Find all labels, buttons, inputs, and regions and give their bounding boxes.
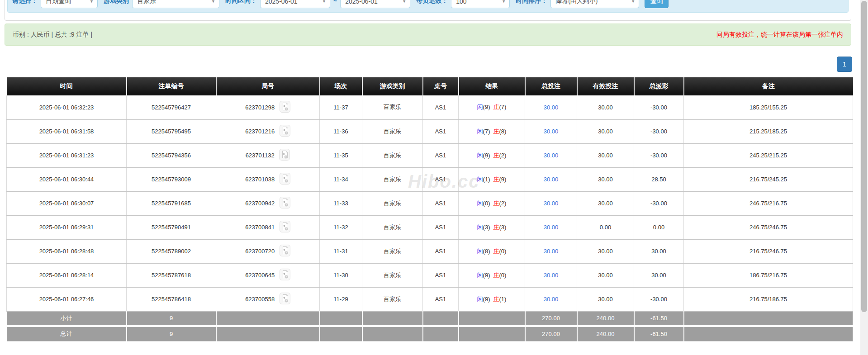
banker-result: 庄 <box>493 104 499 110</box>
payout-cell: 28.50 <box>634 167 684 191</box>
total-bet-link[interactable]: 30.00 <box>544 104 559 111</box>
search-button[interactable]: 查询 <box>645 0 669 8</box>
table-no-cell: AS1 <box>423 239 459 263</box>
session-cell: 11-35 <box>320 143 362 167</box>
banker-points: (8) <box>499 128 507 135</box>
banker-result: 庄 <box>493 176 499 183</box>
time-cell: 2025-06-01 06:30:07 <box>7 191 127 215</box>
chevron-down-icon: ▼ <box>631 0 635 4</box>
total-count: 9 <box>127 326 216 341</box>
range-separator: ~ <box>333 0 337 8</box>
col-header-total-bet: 总投注 <box>525 77 577 95</box>
scrollbar-thumb[interactable] <box>861 1 867 312</box>
payout-cell: 30.00 <box>634 239 684 263</box>
video-replay-icon[interactable] <box>280 197 290 210</box>
time-cell: 2025-06-01 06:32:23 <box>7 95 127 119</box>
table-body: 2025-06-01 06:32:23 522545796427 6237012… <box>7 95 853 311</box>
result-cell: 闲(0)庄(2) <box>459 191 525 215</box>
session-cell: 11-36 <box>320 119 362 143</box>
player-points: (9) <box>483 152 490 159</box>
game-type-cell: 百家乐 <box>362 167 423 191</box>
game-type-cell: 百家乐 <box>362 215 423 239</box>
valid-bet-cell: 30.00 <box>577 95 634 119</box>
game-type-cell: 百家乐 <box>362 287 423 311</box>
round-id: 623700645 <box>245 272 275 279</box>
banker-result: 庄 <box>493 152 499 159</box>
time-sort-value: 降幂(由大到小) <box>555 0 598 5</box>
video-replay-icon[interactable] <box>279 149 290 162</box>
total-bet-link[interactable]: 30.00 <box>544 152 559 159</box>
bet-id-cell: 522545787618 <box>127 263 216 287</box>
result-cell: 闲(9)庄(2) <box>459 143 525 167</box>
total-bet-link[interactable]: 30.00 <box>544 176 559 183</box>
col-header-bet-id: 注单编号 <box>127 77 216 95</box>
session-cell: 11-33 <box>320 191 362 215</box>
col-header-session: 场次 <box>320 77 362 95</box>
banker-points: (3) <box>499 224 507 231</box>
page-size-select[interactable]: 100 ▼ <box>451 0 510 8</box>
result-cell: 闲(1)庄(9) <box>459 167 525 191</box>
remark-cell: 216.75/245.25 <box>684 167 853 191</box>
payout-cell: -30.00 <box>634 95 684 119</box>
video-replay-icon[interactable] <box>280 221 290 234</box>
total-bet-cell: 30.00 <box>525 263 577 287</box>
result-cell: 闲(9)庄(7) <box>459 95 525 119</box>
result-cell: 闲(3)庄(3) <box>459 215 525 239</box>
total-bet-cell: 30.00 <box>525 95 577 119</box>
table-no-cell: AS1 <box>423 95 459 119</box>
filter-panel: 请选择： 日期查询 ▼ 游戏类别 百家乐 ▼ 时间区间： 2025-06-01 … <box>5 0 851 21</box>
video-replay-icon[interactable] <box>280 245 290 258</box>
banker-result: 庄 <box>493 224 499 231</box>
video-replay-icon[interactable] <box>280 293 290 306</box>
table-row: 2025-06-01 06:31:58 522545795495 6237012… <box>7 119 853 143</box>
game-type-cell: 百家乐 <box>362 263 423 287</box>
session-cell: 11-37 <box>320 95 362 119</box>
bet-id-cell: 522545789002 <box>127 239 216 263</box>
remark-cell: 246.75/216.75 <box>684 191 853 215</box>
query-type-select[interactable]: 日期查询 ▼ <box>41 0 98 8</box>
round-id: 623700720 <box>245 248 275 255</box>
game-type-cell: 百家乐 <box>362 191 423 215</box>
banker-points: (2) <box>499 200 507 207</box>
player-result: 闲 <box>477 296 483 303</box>
bet-id-cell: 522545791685 <box>127 191 216 215</box>
time-range-label: 时间区间： <box>225 0 257 8</box>
video-replay-icon[interactable] <box>280 173 290 186</box>
col-header-valid-bet: 有效投注 <box>577 77 634 95</box>
game-type-select[interactable]: 百家乐 ▼ <box>132 0 219 8</box>
banker-result: 庄 <box>493 128 499 135</box>
total-bet-link[interactable]: 30.00 <box>544 272 559 279</box>
video-replay-icon[interactable] <box>280 101 290 114</box>
subtotal-valid-bet: 240.00 <box>577 311 634 326</box>
game-type-cell: 百家乐 <box>362 119 423 143</box>
time-cell: 2025-06-01 06:30:44 <box>7 167 127 191</box>
round-id: 623701038 <box>245 176 275 183</box>
valid-bet-cell: 30.00 <box>577 287 634 311</box>
time-cell: 2025-06-01 06:28:14 <box>7 263 127 287</box>
video-replay-icon[interactable] <box>280 125 290 138</box>
valid-bet-cell: 30.00 <box>577 119 634 143</box>
video-replay-icon[interactable] <box>280 269 290 282</box>
total-bet-link[interactable]: 30.00 <box>544 128 559 135</box>
page-button-1[interactable]: 1 <box>837 57 852 72</box>
total-valid-bet: 240.00 <box>577 326 634 341</box>
time-cell: 2025-06-01 06:29:31 <box>7 215 127 239</box>
total-bet-link[interactable]: 30.00 <box>544 224 559 231</box>
remark-cell: 215.25/185.25 <box>684 119 853 143</box>
col-header-remark: 备注 <box>684 77 853 95</box>
payout-cell: 0.00 <box>634 215 684 239</box>
subtotal-payout: -61.50 <box>634 311 684 326</box>
chevron-down-icon: ▼ <box>402 0 406 4</box>
date-to-select[interactable]: 2025-06-01 ▼ <box>340 0 410 8</box>
total-bet-link[interactable]: 30.00 <box>544 296 559 303</box>
total-bet-link[interactable]: 30.00 <box>544 200 559 207</box>
valid-bet-cell: 30.00 <box>577 143 634 167</box>
notice-text: 同局有效投注，统一计算在该局第一张注单内 <box>716 31 843 39</box>
time-sort-select[interactable]: 降幂(由大到小) ▼ <box>550 0 639 8</box>
player-points: (3) <box>483 224 490 231</box>
total-bet-link[interactable]: 30.00 <box>544 248 559 255</box>
payout-cell: -30.00 <box>634 143 684 167</box>
round-id: 623700841 <box>245 224 275 231</box>
player-points: (9) <box>483 272 490 279</box>
date-from-select[interactable]: 2025-06-01 ▼ <box>260 0 330 8</box>
